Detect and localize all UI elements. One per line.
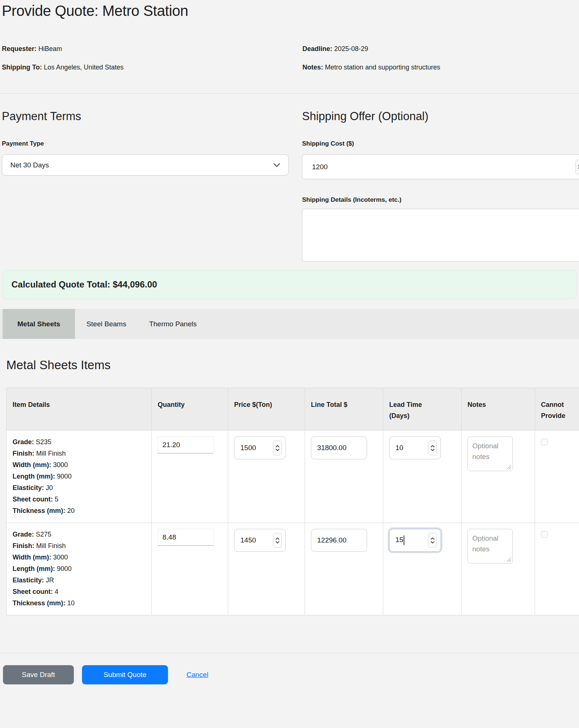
line-total-field: 12296.00 [311,529,367,552]
shipping-to-line: Shipping To: Los Angeles, United States [2,64,302,71]
notes-textarea[interactable] [467,436,513,471]
price-input[interactable]: 1450 [234,529,286,552]
quote-form: Payment Terms Payment Type Net 30 Days S… [0,94,579,262]
requester-label: Requester: [2,45,37,52]
items-table: Item DetailsQuantityPrice $(Ton)Line Tot… [6,388,579,615]
lead-time-value: 15 [395,536,403,544]
items-heading: Metal Sheets Items [6,358,579,372]
tab-metal-sheets[interactable]: Metal Sheets [3,309,75,339]
shipping-to-value: Los Angeles, United States [44,64,124,71]
save-draft-button[interactable]: Save Draft [3,665,74,684]
payment-terms-heading: Payment Terms [2,110,289,123]
shipping-offer-section: Shipping Offer (Optional) Shipping Cost … [302,94,579,262]
submit-quote-button[interactable]: Submit Quote [82,665,168,684]
item-attribute: Length (mm): 9000 [13,471,145,482]
items-table-header-row: Item DetailsQuantityPrice $(Ton)Line Tot… [7,388,579,431]
deadline-value: 2025-08-29 [334,45,368,52]
column-header-notes: Notes [462,388,535,431]
item-attribute: Width (mm): 3000 [13,459,145,471]
item-details-cell: Grade: S275Finish: Mill FinishWidth (mm)… [7,523,152,615]
payment-type-value: Net 30 Days [10,161,49,169]
column-header-line-total: Line Total $ [305,388,383,431]
requester-line: Requester: HiBeam [2,45,302,53]
quote-total-label: Calculated Quote Total: [11,279,110,289]
cannot-provide-checkbox[interactable] [541,439,548,445]
shipping-to-label: Shipping To: [2,64,42,71]
request-notes-label: Notes: [302,64,323,71]
item-attribute: Width (mm): 3000 [13,552,145,563]
column-header-price-ton: Price $(Ton) [228,388,305,431]
request-notes-line: Notes: Metro station and supporting stru… [302,64,579,71]
shipping-cost-value: 1200 [312,163,328,171]
table-row: Grade: S235Finish: Mill FinishWidth (mm)… [7,431,579,523]
number-stepper-icon[interactable] [428,533,437,548]
shipping-details-textarea[interactable] [302,209,579,262]
text-caret [404,535,404,545]
price-value: 1500 [240,444,256,452]
quantity-input[interactable] [158,529,214,546]
footer-divider [0,653,579,653]
shipping-cost-label: Shipping Cost ($) [302,140,579,147]
request-notes-value: Metro station and supporting structures [325,64,440,71]
number-stepper-icon[interactable] [428,440,437,455]
item-attribute: Length (mm): 9000 [13,563,145,575]
category-tabbar: Metal SheetsSteel BeamsThermo Panels [0,309,579,339]
cancel-link[interactable]: Cancel [186,671,208,679]
deadline-label: Deadline: [302,45,332,52]
number-stepper-icon[interactable] [273,533,282,548]
item-details-cell: Grade: S235Finish: Mill FinishWidth (mm)… [7,431,152,523]
cannot-provide-checkbox[interactable] [541,531,548,538]
line-total-value: 12296.00 [317,536,346,544]
footer-actions: Save Draft Submit Quote Cancel [3,665,579,684]
provide-quote-page: Provide Quote: Metro Station Requester: … [0,0,579,728]
request-info: Requester: HiBeam Deadline: 2025-08-29 S… [2,45,579,82]
item-attribute: Grade: S235 [13,436,145,448]
number-stepper-icon[interactable] [273,440,282,455]
page-title: Provide Quote: Metro Station [2,2,579,19]
line-total-field: 31800.00 [311,436,367,459]
price-value: 1450 [240,536,256,544]
price-input[interactable]: 1500 [234,436,286,459]
item-attribute: Thickness (mm): 10 [13,598,145,609]
lead-time-value: 10 [395,444,403,452]
deadline-line: Deadline: 2025-08-29 [302,45,579,53]
payment-terms-section: Payment Terms Payment Type Net 30 Days [2,94,289,262]
item-attribute: Finish: Mill Finish [13,448,145,459]
payment-type-select[interactable]: Net 30 Days [2,154,289,176]
shipping-details-label: Shipping Details (Incoterms, etc.) [302,196,579,204]
tab-steel-beams[interactable]: Steel Beams [75,309,138,339]
table-row: Grade: S275Finish: Mill FinishWidth (mm)… [7,523,579,615]
item-attribute: Sheet count: 5 [13,494,145,505]
column-header-item-details: Item Details [7,388,152,431]
requester-value: HiBeam [38,45,62,52]
column-header-cannot-provide: Cannot Provide [535,388,579,431]
column-header-quantity: Quantity [152,388,228,431]
shipping-cost-input[interactable]: 1200 [302,154,579,179]
item-attribute: Grade: S275 [13,529,145,540]
item-attribute: Finish: Mill Finish [13,540,145,552]
chevron-down-icon [273,163,280,167]
number-stepper-icon[interactable] [575,160,579,174]
notes-textarea[interactable] [467,529,513,564]
tab-thermo-panels[interactable]: Thermo Panels [138,309,208,339]
item-attribute: Sheet count: 4 [13,586,145,598]
lead-time-input[interactable]: 10 [389,436,441,459]
item-attribute: Elasticity: J0 [13,482,145,494]
item-attribute: Elasticity: JR [13,575,145,586]
lead-time-input[interactable]: 15 [389,529,441,552]
page-header: Provide Quote: Metro Station Requester: … [0,0,579,94]
quote-total-banner: Calculated Quote Total: $44,096.00 [3,270,576,299]
quantity-input[interactable] [158,436,214,453]
quote-total-amount: $44,096.00 [113,279,157,289]
column-header-lead-time-days: Lead Time (Days) [383,388,462,431]
payment-type-label: Payment Type [2,140,289,147]
item-attribute: Thickness (mm): 20 [13,505,145,517]
line-total-value: 31800.00 [317,444,346,452]
shipping-offer-heading: Shipping Offer (Optional) [302,110,579,123]
